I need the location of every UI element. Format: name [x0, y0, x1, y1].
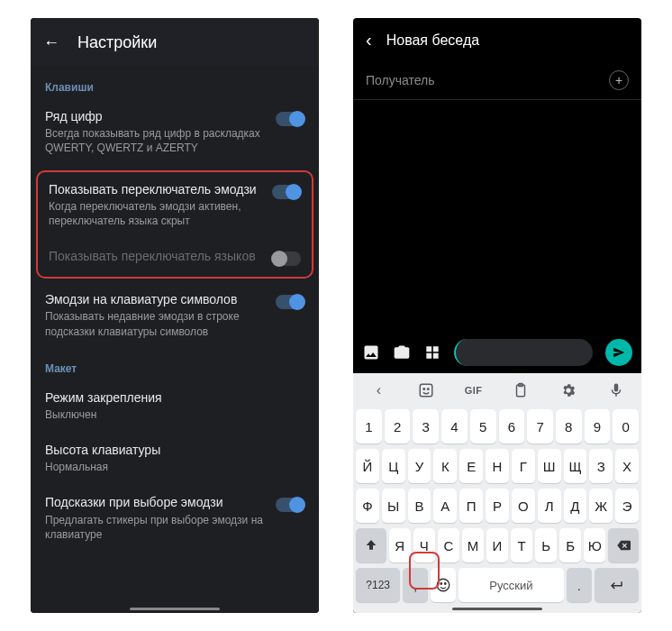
svg-point-1	[423, 389, 425, 390]
key-letter[interactable]: Н	[486, 449, 509, 483]
chat-screen: ‹ Новая беседа Получатель +	[353, 18, 641, 613]
setting-emoji-suggestions[interactable]: Подсказки при выборе эмодзи Предлагать с…	[31, 485, 319, 553]
key-letter[interactable]: П	[459, 489, 483, 523]
key-letter[interactable]: И	[486, 528, 508, 562]
setting-emoji-symbols[interactable]: Эмодзи на клавиатуре символов Показывать…	[31, 282, 319, 350]
kbd-row-2: Ф Ы В А П Р О Л Д Ж Э	[356, 489, 639, 523]
key-letter[interactable]: Ф	[356, 489, 379, 523]
key-letter[interactable]: Б	[559, 528, 581, 562]
back-arrow-icon[interactable]: ←	[43, 33, 59, 52]
key-letter[interactable]: О	[512, 489, 535, 523]
key-letter[interactable]: З	[589, 449, 613, 483]
key-9[interactable]: 9	[585, 409, 611, 444]
setting-title: Показывать переключатель языков	[49, 248, 263, 264]
kbd-row-1: Й Ц У К Е Н Г Ш Щ З Х	[356, 449, 639, 483]
keyboard: ‹ GIF 1 2 3	[353, 373, 641, 613]
toggle-emoji-switch[interactable]	[272, 185, 301, 199]
key-1[interactable]: 1	[356, 409, 382, 444]
settings-header: ← Настройки	[31, 18, 319, 67]
key-letter[interactable]: Э	[615, 489, 639, 523]
settings-title: Настройки	[77, 33, 157, 52]
clipboard-icon[interactable]	[507, 382, 534, 398]
mic-icon[interactable]	[603, 382, 630, 398]
gallery-icon[interactable]	[362, 343, 380, 361]
chat-title: Новая беседа	[386, 32, 479, 49]
setting-title: Подсказки при выборе эмодзи	[45, 494, 267, 510]
key-0[interactable]: 0	[613, 409, 639, 444]
setting-number-row[interactable]: Ряд цифр Всегда показывать ряд цифр в ра…	[31, 99, 319, 167]
key-letter[interactable]: М	[462, 528, 484, 562]
key-letter[interactable]: Ш	[538, 449, 561, 483]
camera-icon[interactable]	[393, 343, 411, 361]
key-emoji[interactable]	[431, 568, 456, 602]
setting-language-switch: Показывать переключатель языков	[38, 239, 312, 277]
setting-title: Высота клавиатуры	[45, 442, 295, 458]
key-enter[interactable]	[595, 568, 639, 602]
section-label-layout: Макет	[31, 350, 319, 380]
key-letter[interactable]: Ю	[584, 528, 605, 562]
setting-subtitle: Всегда показывать ряд цифр в раскладках …	[45, 126, 267, 155]
toggle-number-row[interactable]	[276, 112, 304, 126]
key-7[interactable]: 7	[527, 409, 553, 444]
setting-subtitle: Выключен	[45, 407, 295, 422]
key-letter[interactable]: Ж	[589, 489, 613, 523]
setting-keyboard-height[interactable]: Высота клавиатуры Нормальная	[31, 433, 319, 485]
key-2[interactable]: 2	[385, 409, 411, 444]
key-letter[interactable]: К	[433, 449, 457, 483]
apps-icon[interactable]	[423, 343, 441, 361]
key-letter[interactable]: Х	[615, 449, 639, 483]
recipient-label: Получатель	[366, 73, 609, 87]
key-letter[interactable]: Ц	[382, 449, 405, 483]
key-symbols[interactable]: ?123	[356, 568, 400, 602]
key-letter[interactable]: Р	[486, 489, 509, 523]
key-letter[interactable]: Д	[564, 489, 587, 523]
key-shift[interactable]	[356, 528, 386, 562]
key-letter[interactable]: С	[438, 528, 459, 562]
key-letter[interactable]: Е	[459, 449, 483, 483]
setting-title: Режим закрепления	[45, 389, 295, 406]
key-letter[interactable]: Л	[538, 489, 561, 523]
keyboard-toolbar: ‹ GIF	[353, 373, 641, 407]
setting-emoji-switch[interactable]: Показывать переключатель эмодзи Когда пе…	[38, 172, 312, 240]
key-space[interactable]: Русский	[459, 568, 564, 602]
key-6[interactable]: 6	[499, 409, 525, 444]
add-recipient-button[interactable]: +	[609, 70, 629, 90]
settings-body: Клавиши Ряд цифр Всегда показывать ряд ц…	[31, 67, 319, 613]
gif-button[interactable]: GIF	[460, 385, 487, 396]
toggle-emoji-symbols[interactable]	[276, 295, 304, 309]
key-4[interactable]: 4	[441, 409, 468, 444]
setting-title: Эмодзи на клавиатуре символов	[45, 291, 267, 307]
key-3[interactable]: 3	[413, 409, 439, 444]
svg-rect-0	[420, 385, 432, 398]
key-letter[interactable]: Я	[389, 528, 411, 562]
collapse-chevron-icon[interactable]: ‹	[365, 382, 392, 398]
back-chevron-icon[interactable]: ‹	[366, 30, 372, 50]
kbd-row-3: Я Ч С М И Т Ь Б Ю	[356, 528, 639, 562]
toggle-emoji-suggestions[interactable]	[276, 498, 304, 512]
key-letter[interactable]: Щ	[564, 449, 587, 483]
message-input[interactable]	[454, 339, 593, 366]
settings-gear-icon[interactable]	[555, 382, 582, 398]
setting-title: Показывать переключатель эмодзи	[49, 181, 263, 197]
key-5[interactable]: 5	[470, 409, 496, 444]
key-comma[interactable]: ,	[403, 568, 428, 602]
key-backspace[interactable]	[608, 528, 639, 562]
key-letter[interactable]: В	[408, 489, 431, 523]
setting-dock-mode[interactable]: Режим закрепления Выключен	[31, 380, 319, 433]
key-8[interactable]: 8	[556, 409, 582, 444]
kbd-row-bottom: ?123 , Русский .	[356, 568, 639, 602]
recipient-row[interactable]: Получатель +	[353, 63, 641, 100]
key-period[interactable]: .	[567, 568, 592, 602]
key-letter[interactable]: У	[408, 449, 431, 483]
send-button[interactable]	[605, 339, 632, 366]
key-letter[interactable]: Т	[511, 528, 532, 562]
key-letter[interactable]: Ь	[535, 528, 557, 562]
sticker-icon[interactable]	[413, 382, 440, 398]
key-letter[interactable]: Й	[356, 449, 379, 483]
key-letter[interactable]: Ы	[382, 489, 405, 523]
key-letter[interactable]: А	[433, 489, 457, 523]
key-letter[interactable]: Г	[512, 449, 535, 483]
svg-point-7	[444, 583, 446, 585]
key-letter[interactable]: Ч	[413, 528, 435, 562]
kbd-row-numbers: 1 2 3 4 5 6 7 8 9 0	[356, 409, 639, 444]
